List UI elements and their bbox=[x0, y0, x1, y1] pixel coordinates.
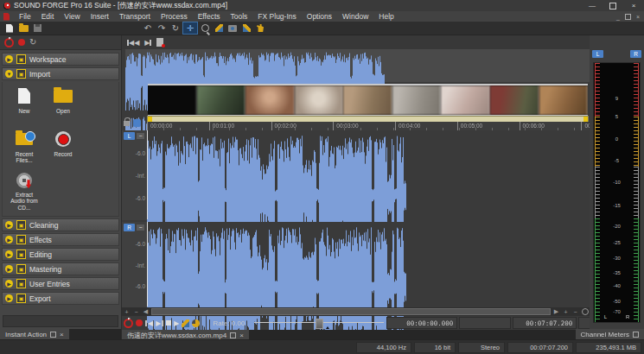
trigger-list-button[interactable] bbox=[156, 38, 163, 47]
refresh-button[interactable]: ↻ bbox=[29, 38, 36, 47]
sidebar-section-user-entries[interactable]: ▶▣User Entries bbox=[2, 277, 119, 290]
minimize-button[interactable]: — bbox=[582, 0, 603, 11]
snap-tool-icon[interactable] bbox=[133, 119, 141, 127]
scroll-left-button[interactable]: ◀ bbox=[141, 307, 150, 316]
video-frame-thumbnail[interactable] bbox=[490, 85, 539, 115]
video-frame-thumbnail[interactable] bbox=[539, 85, 589, 115]
channel-collapse-button[interactable]: − bbox=[137, 224, 144, 231]
meter-right-button[interactable]: R bbox=[630, 50, 641, 58]
float-window-icon[interactable] bbox=[50, 332, 56, 338]
waveform-area-l[interactable] bbox=[147, 130, 589, 219]
video-frame-thumbnail[interactable] bbox=[441, 85, 490, 115]
close-tab-icon[interactable]: × bbox=[239, 332, 244, 339]
float-window-icon[interactable] bbox=[633, 332, 639, 338]
zoom-tool-button[interactable] bbox=[580, 307, 590, 316]
new-file-button[interactable] bbox=[3, 22, 16, 34]
menu-item-file[interactable]: File bbox=[14, 12, 36, 21]
channel-collapse-button[interactable]: − bbox=[137, 133, 144, 139]
scroll-right-button[interactable]: ▶ bbox=[552, 307, 561, 316]
loop-playback-button[interactable] bbox=[192, 318, 200, 328]
record-remote-icon[interactable] bbox=[4, 38, 14, 47]
sidebar-section-cleaning[interactable]: ▶▣Cleaning bbox=[2, 218, 119, 231]
lock-icon[interactable] bbox=[124, 121, 130, 126]
expander-icon[interactable]: ▶ bbox=[5, 250, 13, 258]
go-to-start-button[interactable]: ◀◀ bbox=[127, 39, 139, 47]
sidebar-section-workspace[interactable]: ▶▣Workspace bbox=[2, 53, 119, 66]
rate-slider-handle[interactable] bbox=[316, 319, 323, 329]
menu-item-options[interactable]: Options bbox=[302, 12, 337, 21]
menu-item-transport[interactable]: Transport bbox=[114, 12, 156, 21]
stop-button[interactable] bbox=[166, 318, 171, 328]
open-file-button[interactable] bbox=[16, 22, 30, 34]
sidebar-section-import[interactable]: ▼▣Import bbox=[2, 67, 119, 80]
maximize-button[interactable] bbox=[603, 0, 623, 11]
record-icon[interactable] bbox=[18, 39, 25, 46]
level-meter[interactable]: 950-5-10-15-20-25-30-35-40-50-70 L R bbox=[593, 62, 641, 323]
expander-icon[interactable]: ▶ bbox=[5, 55, 13, 63]
close-tab-icon[interactable]: × bbox=[60, 332, 64, 338]
overview-waveform[interactable] bbox=[125, 49, 590, 82]
snapshot-button[interactable] bbox=[226, 22, 239, 34]
video-frame-thumbnail[interactable] bbox=[343, 85, 392, 115]
pencil-tool-button[interactable] bbox=[212, 22, 226, 34]
menu-item-insert[interactable]: Insert bbox=[86, 12, 114, 21]
channel-select-button[interactable]: R bbox=[124, 224, 135, 231]
redo-button[interactable]: ↷ bbox=[155, 22, 169, 34]
expander-icon[interactable]: ▶ bbox=[5, 236, 13, 243]
float-window-icon[interactable] bbox=[230, 332, 236, 338]
menu-item-view[interactable]: View bbox=[59, 12, 85, 21]
whats-this-button[interactable] bbox=[253, 22, 267, 34]
expander-icon[interactable]: ▶ bbox=[5, 221, 13, 229]
video-thumbnail-strip[interactable] bbox=[148, 84, 588, 117]
mdi-close-button[interactable]: × bbox=[636, 14, 640, 20]
scrub-tool-button[interactable] bbox=[182, 318, 189, 328]
zoom-in-time-button[interactable]: + bbox=[122, 307, 131, 316]
undo-button[interactable]: ↶ bbox=[141, 22, 155, 34]
video-frame-thumbnail[interactable] bbox=[245, 85, 295, 115]
sidebar-section-editing[interactable]: ▶▣Editing bbox=[2, 248, 119, 261]
event-tool-button[interactable] bbox=[239, 22, 253, 34]
sidebar-section-effects[interactable]: ▶▣Effects bbox=[2, 233, 119, 246]
record-remote-button[interactable] bbox=[124, 318, 133, 328]
import-tile-open[interactable]: Open bbox=[47, 86, 80, 124]
close-button[interactable]: × bbox=[623, 0, 644, 11]
scrollbar-thumb[interactable] bbox=[151, 308, 551, 315]
meter-left-button[interactable]: L bbox=[592, 50, 603, 58]
expander-icon[interactable]: ▼ bbox=[5, 70, 13, 78]
expander-icon[interactable]: ▶ bbox=[5, 294, 13, 302]
video-frame-black[interactable] bbox=[148, 85, 197, 115]
menu-item-window[interactable]: Window bbox=[337, 12, 373, 21]
repeat-button[interactable]: ↻ bbox=[169, 22, 182, 34]
import-tile-new[interactable]: New bbox=[8, 86, 41, 124]
zoom-out-button[interactable]: − bbox=[571, 307, 580, 316]
sidebar-section-export[interactable]: ▶▣Export bbox=[2, 292, 119, 305]
menu-item-help[interactable]: Help bbox=[373, 12, 399, 21]
mdi-minimize-button[interactable]: _ bbox=[616, 14, 620, 20]
video-frame-thumbnail[interactable] bbox=[392, 85, 442, 115]
go-to-end-button[interactable]: ▶ bbox=[144, 39, 151, 47]
video-frame-thumbnail[interactable] bbox=[197, 85, 246, 115]
menu-item-process[interactable]: Process bbox=[156, 12, 193, 21]
zoom-in-button[interactable]: + bbox=[561, 307, 571, 316]
go-to-start-button[interactable]: ◀ bbox=[145, 318, 153, 328]
mdi-restore-button[interactable] bbox=[625, 14, 631, 20]
expander-icon[interactable]: ▶ bbox=[5, 280, 13, 288]
save-button[interactable] bbox=[30, 22, 44, 34]
sidebar-section-mastering[interactable]: ▶▣Mastering bbox=[2, 262, 119, 275]
waveform-area-r[interactable] bbox=[147, 222, 589, 307]
channel-select-button[interactable]: L bbox=[124, 132, 135, 140]
zoom-out-time-button[interactable]: − bbox=[131, 307, 141, 316]
video-frame-thumbnail[interactable] bbox=[295, 85, 344, 115]
import-tile-extract-audio-from-cd[interactable]: Extract Audio from CD... bbox=[8, 173, 41, 211]
import-tile-record[interactable]: Record bbox=[47, 130, 80, 168]
import-tile-recent-files[interactable]: Recent Files... bbox=[8, 130, 41, 168]
expander-icon[interactable]: ▶ bbox=[5, 265, 13, 273]
menu-item-tools[interactable]: Tools bbox=[226, 12, 253, 21]
go-to-end-button[interactable]: ▶ bbox=[156, 318, 163, 328]
menu-item-effects[interactable]: Effects bbox=[193, 12, 226, 21]
scrollbar-track[interactable] bbox=[151, 308, 551, 315]
edit-tool-button[interactable]: ✛ bbox=[182, 22, 198, 35]
menu-item-edit[interactable]: Edit bbox=[36, 12, 60, 21]
play-button[interactable]: ▶ bbox=[174, 318, 179, 328]
menu-item-fx-plug-ins[interactable]: FX Plug-Ins bbox=[252, 12, 301, 21]
